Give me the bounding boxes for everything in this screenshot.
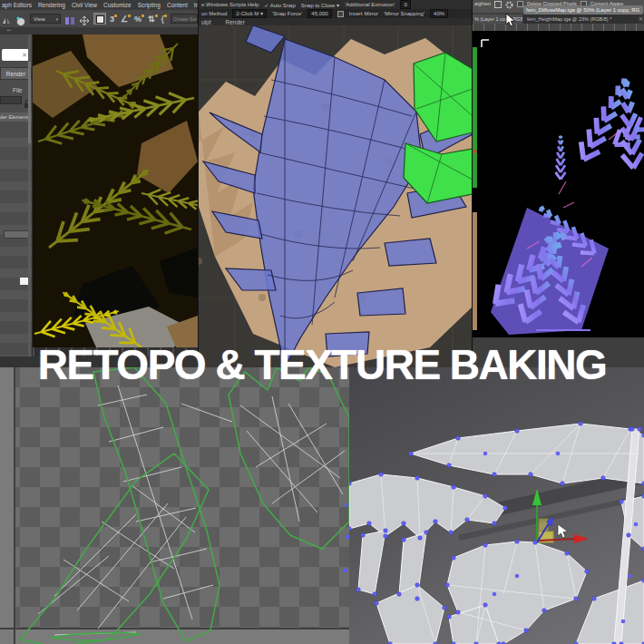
tab-render[interactable]: Render — [225, 19, 244, 25]
select-place-icon[interactable] — [64, 14, 75, 24]
coat-room-tabs: ulpt Render — [199, 18, 472, 25]
sidebar-scrollbar-thumb[interactable] — [28, 62, 31, 143]
gear-icon[interactable] — [505, 1, 513, 10]
rollout-rows — [0, 125, 32, 361]
sidebar-dropdown[interactable] — [0, 96, 22, 104]
search-input[interactable]: ✕ — [2, 49, 30, 61]
file-label: File — [13, 87, 22, 93]
ps-document-tabs: % (Layer 1 copy, RGB/8) * fern_HeightMap… — [473, 15, 644, 24]
doc-tab-heightmap[interactable]: fern_HeightMap.tga @ 23% (RGB/8) * — [524, 15, 639, 24]
spinner-snap-icon[interactable]: ⇅ — [148, 15, 158, 24]
max-toolbar: View 3 ∠ % ⇅ { Create Selec — [0, 10, 198, 27]
tab-sculpt[interactable]: ulpt — [201, 19, 210, 25]
menu-customize[interactable]: Customize — [103, 2, 132, 8]
menu-graph-editors[interactable]: aph Editors — [2, 2, 32, 8]
max-timeline[interactable] — [33, 347, 198, 356]
max-ribbon-row: ▪▪ · — [0, 27, 198, 34]
vp-mouse-cursor — [558, 524, 568, 538]
invert-mirror-label: Invert Mirror — [349, 11, 378, 16]
max-window: aph Editors Rendering Civil View Customi… — [0, 0, 198, 367]
additional-extrusion-label: 'Additional Extrusion' — [345, 2, 395, 7]
maxscript-icon[interactable]: { — [161, 15, 168, 24]
menu-scripting[interactable]: Scripting — [138, 2, 161, 8]
create-selection-set-field[interactable]: Create Selec — [171, 14, 198, 24]
coat-window: e Windows Scripts Help ✓ Auto Snap Snap … — [198, 0, 472, 367]
render-button[interactable]: Render — [0, 67, 32, 80]
max-viewport-fern-diffuse[interactable] — [33, 34, 198, 347]
straighten-button[interactable]: aighten — [474, 1, 491, 6]
coat-retopo-viewport[interactable] — [199, 25, 472, 367]
snap-force-value[interactable]: 45,000 — [307, 9, 331, 18]
delete-cropped-checkbox[interactable] — [517, 1, 523, 7]
snap-3d-icon[interactable]: 3 — [110, 15, 117, 24]
ps-workarea-below — [473, 337, 644, 367]
select-move-icon[interactable] — [79, 14, 90, 24]
uv-editor-panel[interactable] — [0, 367, 349, 644]
invert-mirror-checkbox[interactable] — [337, 11, 344, 17]
coat-menus[interactable]: e Windows Scripts Help — [201, 2, 259, 7]
normal-map-illustration — [473, 31, 644, 337]
gizmo-x-arrow[interactable] — [574, 534, 589, 543]
menu-content[interactable]: Content — [167, 2, 188, 8]
menu-rendering[interactable]: Rendering — [38, 2, 65, 8]
method-label: on Method — [201, 11, 227, 16]
auto-snap-toggle[interactable]: ✓ Auto Snap — [264, 2, 295, 8]
close-tab-icon[interactable]: ✕ — [639, 15, 643, 22]
render-elements-tab[interactable]: der Elements — [0, 112, 32, 122]
lowpoly-mesh — [349, 424, 644, 644]
mirror-snapping-value[interactable]: 40% — [430, 9, 448, 18]
ps-ruler — [473, 24, 644, 31]
percent-snap-icon[interactable]: % — [134, 15, 144, 24]
ps-mouse-cursor — [505, 14, 515, 27]
mirror-icon[interactable] — [1, 14, 12, 24]
additional-extrusion-value[interactable]: 0 — [400, 0, 410, 9]
max-menubar: aph Editors Rendering Civil View Customi… — [0, 0, 198, 10]
overlay-grid-icon[interactable] — [494, 1, 502, 8]
photoshop-window: aighten Delete Cropped Pixels Content-Aw… — [472, 0, 644, 367]
coat-menubar: e Windows Scripts Help ✓ Auto Snap Snap … — [199, 0, 472, 9]
snap-force-label: 'Snap Force' — [272, 11, 302, 16]
reference-coordsys-dropdown[interactable]: View — [30, 14, 61, 24]
collage-root: aph Editors Rendering Civil View Customi… — [0, 0, 644, 644]
rollout-button[interactable] — [4, 230, 29, 239]
doc-tab-diffusemap[interactable]: fern_DiffuseMap.tga @ 50% (Layer 1 copy,… — [523, 5, 643, 15]
max-bottom-strip — [0, 356, 198, 367]
method-dropdown[interactable]: 2-Click M ▾ — [232, 9, 267, 18]
snap-to-close-dropdown[interactable]: Snap to Close ▾ — [301, 2, 339, 8]
fern-diffuse-illustration — [33, 34, 198, 347]
render-setup-sidebar: ✕ Render File der Elements — [0, 34, 33, 367]
menu-civil-view[interactable]: Civil View — [72, 2, 97, 8]
angle-snap-icon[interactable]: ∠ — [121, 15, 131, 24]
uv-layout-illustration — [0, 367, 349, 644]
ps-canvas-normal-map[interactable] — [473, 31, 644, 337]
sphere-tool-icon[interactable] — [15, 14, 26, 24]
snap-toggle-button[interactable] — [93, 13, 106, 24]
mirror-snapping-label: 'Mirror Snapping' — [384, 11, 424, 16]
lowpoly-mesh-illustration — [349, 367, 644, 644]
lowpoly-viewport[interactable] — [349, 367, 644, 644]
coat-options-row: on Method 2-Click M ▾ 'Snap Force' 45,00… — [199, 9, 472, 18]
retopo-illustration — [199, 25, 472, 367]
